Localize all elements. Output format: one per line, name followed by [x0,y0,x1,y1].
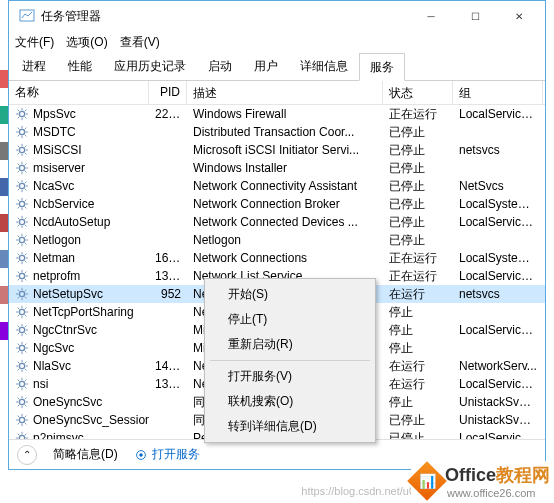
service-group: LocalSystem... [453,197,543,211]
service-row[interactable]: NcaSvcNetwork Connectivity Assistant已停止N… [9,177,545,195]
gear-icon [15,233,29,247]
menu-view[interactable]: 查看(V) [120,34,160,51]
window-title: 任务管理器 [41,8,409,25]
service-status: 停止 [383,340,453,357]
service-group: LocalService... [453,107,543,121]
service-name: NgcCtnrSvc [33,323,97,337]
service-group: LocalService... [453,377,543,391]
title-bar[interactable]: 任务管理器 ─ ☐ ✕ [9,1,545,31]
service-group: LocalService... [453,431,543,439]
service-name: NetTcpPortSharing [33,305,134,319]
service-row[interactable]: NcdAutoSetupNetwork Connected Devices ..… [9,213,545,231]
grid-header[interactable]: 名称 PID 描述 状态 组 [9,81,545,105]
gear-icon [15,197,29,211]
context-item[interactable]: 打开服务(V) [208,364,372,389]
menu-file[interactable]: 文件(F) [15,34,54,51]
service-status: 停止 [383,394,453,411]
maximize-button[interactable]: ☐ [453,2,497,30]
service-name: nsi [33,377,48,391]
service-pid: 1392 [149,377,187,391]
service-status: 在运行 [383,358,453,375]
gear-icon [15,341,29,355]
service-group: UnistackSvcG... [453,395,543,409]
col-pid[interactable]: PID [149,81,187,104]
col-desc[interactable]: 描述 [187,81,383,104]
service-row[interactable]: MSiSCSIMicrosoft iSCSI Initiator Servi..… [9,141,545,159]
service-row[interactable]: NetlogonNetlogon已停止 [9,231,545,249]
service-group: NetSvcs [453,179,543,193]
service-status: 已停止 [383,232,453,249]
col-name[interactable]: 名称 [9,81,149,104]
tab-details[interactable]: 详细信息 [289,52,359,80]
service-desc: Network Connected Devices ... [187,215,383,229]
tab-services[interactable]: 服务 [359,53,405,81]
svg-point-4 [19,165,24,170]
gear-icon [15,251,29,265]
service-pid: 1648 [149,251,187,265]
gear-icon [15,125,29,139]
svg-point-6 [19,201,24,206]
open-services-link[interactable]: 打开服务 [134,446,200,463]
tab-users[interactable]: 用户 [243,52,289,80]
context-item[interactable]: 重新启动(R) [208,332,372,357]
svg-point-18 [19,417,24,422]
svg-point-10 [19,273,24,278]
service-name: OneSyncSvc [33,395,102,409]
tab-strip: 进程 性能 应用历史记录 启动 用户 详细信息 服务 [9,53,545,81]
service-pid: 2272 [149,107,187,121]
brief-label[interactable]: 简略信息(D) [53,446,118,463]
minimize-button[interactable]: ─ [409,2,453,30]
tab-apphistory[interactable]: 应用历史记录 [103,52,197,80]
fewer-details-button[interactable]: ⌃ [17,445,37,465]
context-item[interactable]: 开始(S) [208,282,372,307]
gear-icon [15,179,29,193]
service-desc: Windows Installer [187,161,383,175]
svg-point-19 [19,435,24,439]
close-button[interactable]: ✕ [497,2,541,30]
service-name: NcdAutoSetup [33,215,110,229]
service-status: 已停止 [383,412,453,429]
service-row[interactable]: NcbServiceNetwork Connection Broker已停止Lo… [9,195,545,213]
tab-startup[interactable]: 启动 [197,52,243,80]
col-status[interactable]: 状态 [383,81,453,104]
service-group: LocalSystem... [453,251,543,265]
service-group: netsvcs [453,287,543,301]
service-status: 在运行 [383,286,453,303]
menu-options[interactable]: 选项(O) [66,34,107,51]
svg-point-9 [19,255,24,260]
service-name: NlaSvc [33,359,71,373]
tab-performance[interactable]: 性能 [57,52,103,80]
context-item[interactable]: 转到详细信息(D) [208,414,372,439]
svg-point-2 [19,129,24,134]
service-row[interactable]: msiserverWindows Installer已停止 [9,159,545,177]
service-group: UnistackSvcG... [453,413,543,427]
col-group[interactable]: 组 [453,81,543,104]
service-desc: Distributed Transaction Coor... [187,125,383,139]
gear-icon [15,323,29,337]
svg-point-16 [19,381,24,386]
service-name: NgcSvc [33,341,74,355]
service-desc: Netlogon [187,233,383,247]
service-status: 已停止 [383,178,453,195]
service-name: NetSetupSvc [33,287,103,301]
svg-point-12 [19,309,24,314]
service-pid: 1392 [149,269,187,283]
service-status: 已停止 [383,196,453,213]
svg-point-22 [139,453,143,457]
service-desc: Network Connectivity Assistant [187,179,383,193]
brand-logo: 📊 Office教程网 www.office26.com [411,461,552,501]
context-item[interactable]: 停止(T) [208,307,372,332]
tab-processes[interactable]: 进程 [11,52,57,80]
service-name: msiserver [33,161,85,175]
service-row[interactable]: MpsSvc2272Windows Firewall正在运行LocalServi… [9,105,545,123]
menu-bar: 文件(F) 选项(O) 查看(V) [9,31,545,53]
gear-icon [15,431,29,439]
gear-icon [15,377,29,391]
service-status: 已停止 [383,142,453,159]
service-name: MSDTC [33,125,76,139]
service-group: LocalService... [453,215,543,229]
service-row[interactable]: Netman1648Network Connections正在运行LocalSy… [9,249,545,267]
service-row[interactable]: MSDTCDistributed Transaction Coor...已停止 [9,123,545,141]
gear-icon [15,161,29,175]
context-item[interactable]: 联机搜索(O) [208,389,372,414]
